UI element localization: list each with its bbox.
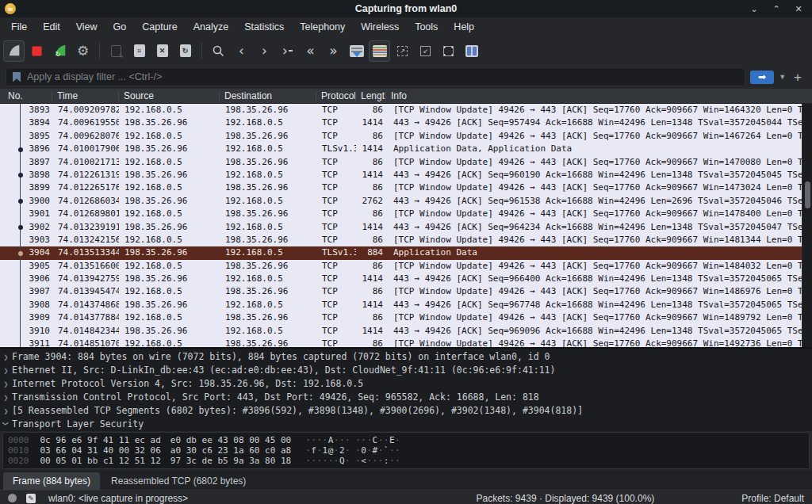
packet-row-3898[interactable]: 389874.012261319198.35.26.96192.168.0.5T…: [0, 169, 802, 181]
display-filter-field[interactable]: [6, 67, 745, 86]
open-file-button[interactable]: [105, 40, 127, 62]
colorize-packets-button[interactable]: [369, 40, 390, 62]
packet-row-3909[interactable]: 390974.014377884192.168.0.5198.35.26.96T…: [0, 311, 802, 324]
detail-line-1[interactable]: ❯Ethernet II, Src: D-LinkIn_db:ee:43 (ec…: [0, 364, 812, 377]
packet-row-3899[interactable]: 389974.012265176192.168.0.5198.35.26.96T…: [0, 181, 802, 194]
packet-row-3894[interactable]: 389474.009619550198.35.26.96192.168.0.5T…: [0, 116, 802, 129]
detail-line-4[interactable]: ❯[5 Reassembled TCP Segments (6802 bytes…: [0, 404, 812, 418]
ascii-bytes: ·f·1@·2·: [305, 445, 350, 456]
column-header-source[interactable]: Source: [119, 91, 220, 101]
byte-view-tabs: Frame (884 bytes)Reassembled TCP (6802 b…: [0, 470, 812, 490]
go-to-packet-button[interactable]: ›: [277, 40, 298, 62]
profile-text[interactable]: Profile: Default: [741, 493, 804, 504]
maximize-button[interactable]: ⌃: [771, 4, 782, 14]
menu-item-edit[interactable]: Edit: [35, 19, 68, 35]
chevron-right-icon[interactable]: ❯: [0, 366, 12, 375]
info-cell: 443 → 49426 [ACK] Seq=969096 Ack=16688 W…: [386, 325, 802, 338]
chevron-right-icon[interactable]: ❯: [0, 393, 12, 402]
reload-file-button[interactable]: ↻: [174, 40, 196, 62]
packet-list-scrollbar[interactable]: [802, 104, 812, 347]
zoom-in-button[interactable]: ↗: [392, 40, 413, 62]
save-file-button[interactable]: ≡: [128, 40, 150, 62]
menu-item-capture[interactable]: Capture: [134, 19, 185, 35]
detail-line-5[interactable]: ❯Transport Layer Security: [0, 417, 812, 430]
auto-scroll-button[interactable]: [346, 40, 367, 62]
go-forward-button[interactable]: ›: [254, 40, 275, 62]
column-header-info[interactable]: Info: [386, 91, 812, 101]
packet-row-3905[interactable]: 390574.013516600192.168.0.5198.35.26.96T…: [0, 260, 802, 273]
first-packet-button[interactable]: «: [300, 40, 321, 62]
detail-line-2[interactable]: ❯Internet Protocol Version 4, Src: 198.3…: [0, 377, 812, 391]
packet-row-3896[interactable]: 389674.010017906198.35.26.96192.168.0.5T…: [0, 143, 802, 155]
expert-info-icon[interactable]: [8, 494, 17, 502]
chevron-right-icon[interactable]: ❯: [0, 380, 12, 388]
chevron-right-icon[interactable]: ❯: [0, 353, 12, 361]
filter-dropdown-caret[interactable]: ▼: [779, 73, 786, 81]
chevron-right-icon[interactable]: ❯: [0, 407, 12, 415]
start-capture-button[interactable]: [3, 40, 25, 62]
menu-item-analyze[interactable]: Analyze: [186, 19, 236, 35]
apply-filter-button[interactable]: ➡: [750, 71, 774, 84]
packet-row-3895[interactable]: 389574.009628076192.168.0.5198.35.26.96T…: [0, 130, 802, 143]
add-filter-button[interactable]: +: [794, 71, 802, 84]
column-header-protocol[interactable]: Protocol: [316, 91, 356, 101]
packet-row-3906[interactable]: 390674.013942759198.35.26.96192.168.0.5T…: [0, 273, 802, 285]
menu-item-go[interactable]: Go: [105, 19, 135, 35]
time-cell: 74.014851070: [52, 338, 119, 347]
length-cell: 86: [356, 156, 386, 169]
detail-line-3[interactable]: ❯Transmission Control Protocol, Src Port…: [0, 391, 812, 404]
minimize-button[interactable]: ⌄: [749, 4, 760, 14]
display-filter-input[interactable]: [27, 71, 745, 82]
menu-item-tools[interactable]: Tools: [407, 19, 446, 35]
menu-item-view[interactable]: View: [68, 19, 105, 35]
packet-row-3904[interactable]: 390474.013513344198.35.26.96192.168.0.5T…: [0, 246, 802, 259]
destination-cell: 198.35.26.96: [220, 234, 316, 246]
length-cell: 1414: [356, 325, 386, 338]
packet-row-3897[interactable]: 389774.010021713192.168.0.5198.35.26.96T…: [0, 156, 802, 169]
menu-item-help[interactable]: Help: [446, 19, 482, 35]
menu-item-file[interactable]: File: [3, 19, 35, 35]
bookmark-icon[interactable]: [13, 72, 21, 82]
packet-row-3901[interactable]: 390174.012689801192.168.0.5198.35.26.96T…: [0, 208, 802, 220]
byte-tab-reassembled-tcp-6802-bytes-[interactable]: Reassembled TCP (6802 bytes): [102, 472, 255, 490]
normal-size-button[interactable]: [438, 40, 459, 62]
column-header-lengt[interactable]: Lengt: [356, 91, 386, 101]
no-cell: 3911: [0, 338, 52, 347]
destination-cell: 192.168.0.5: [220, 169, 316, 181]
packet-row-3900[interactable]: 390074.012686034198.35.26.96192.168.0.5T…: [0, 195, 802, 208]
menu-item-wireless[interactable]: Wireless: [353, 19, 407, 35]
zoom-out-button[interactable]: ↙: [415, 40, 436, 62]
time-cell: 74.012261319: [52, 169, 119, 181]
find-packet-button[interactable]: [208, 40, 229, 62]
menu-item-telephony[interactable]: Telephony: [292, 19, 353, 35]
packet-row-3902[interactable]: 390274.013239191198.35.26.96192.168.0.5T…: [0, 221, 802, 234]
resize-columns-button[interactable]: [461, 40, 482, 62]
stop-capture-button[interactable]: [26, 40, 48, 62]
column-header-destination[interactable]: Destination: [220, 91, 316, 101]
hex-bytes: 03 66 04 31 40 00 32 06: [40, 445, 161, 456]
packet-row-3910[interactable]: 391074.014842344198.35.26.96192.168.0.5T…: [0, 325, 802, 338]
packet-row-3893[interactable]: 389374.009209782192.168.0.5198.35.26.96T…: [0, 104, 802, 116]
detail-line-0[interactable]: ❯Frame 3904: 884 bytes on wire (7072 bit…: [0, 350, 812, 364]
packet-row-3907[interactable]: 390774.013945474192.168.0.5198.35.26.96T…: [0, 285, 802, 298]
capture-options-button[interactable]: ⚙: [72, 40, 94, 62]
byte-tab-frame-884-bytes-[interactable]: Frame (884 bytes): [3, 472, 100, 490]
packet-row-3911[interactable]: 391174.014851070192.168.0.5198.35.26.96T…: [0, 338, 802, 347]
close-button[interactable]: ✕: [793, 4, 804, 14]
restart-capture-button[interactable]: ↻: [49, 40, 71, 62]
hex-row-0000[interactable]: 00000c 96 e6 9f 41 11 ec ade0 db ee 43 0…: [8, 435, 804, 445]
column-header-no[interactable]: No.: [0, 91, 52, 101]
hex-row-0020[interactable]: 002000 05 01 bb c1 12 51 1297 3c de b5 9…: [8, 456, 804, 466]
capture-comment-icon[interactable]: ✎: [26, 494, 36, 503]
column-header-time[interactable]: Time: [52, 91, 119, 101]
packet-row-3908[interactable]: 390874.014374868198.35.26.96192.168.0.5T…: [0, 299, 802, 311]
menu-item-statistics[interactable]: Statistics: [236, 19, 292, 35]
last-packet-button[interactable]: »: [323, 40, 344, 62]
packet-row-3903[interactable]: 390374.013242156192.168.0.5198.35.26.96T…: [0, 234, 802, 246]
byte-view-pane: 00000c 96 e6 9f 41 11 ec ade0 db ee 43 0…: [2, 432, 810, 469]
close-file-button[interactable]: ✕: [151, 40, 173, 62]
hex-row-0010[interactable]: 001003 66 04 31 40 00 32 06a0 30 c6 23 1…: [8, 445, 804, 456]
packet-list-scrollbar-thumb[interactable]: [805, 181, 810, 208]
chevron-down-icon[interactable]: ❯: [2, 418, 10, 430]
go-back-button[interactable]: ‹: [231, 40, 252, 62]
